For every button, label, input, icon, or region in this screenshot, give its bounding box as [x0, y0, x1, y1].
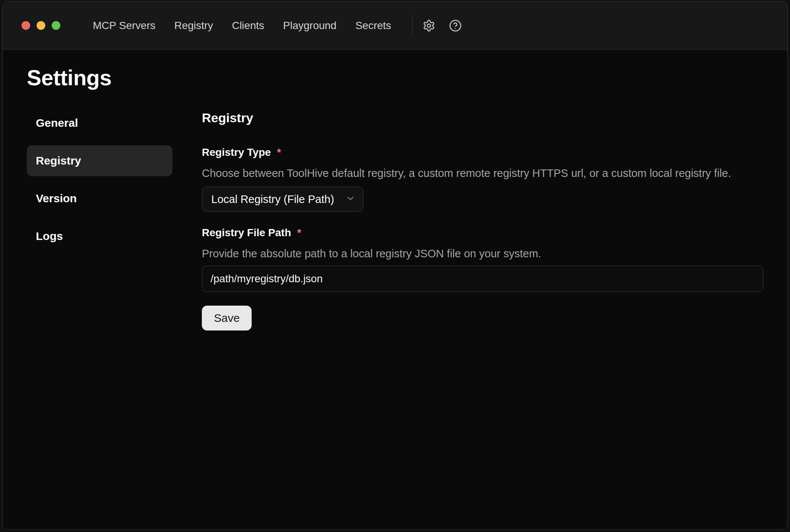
close-window-button[interactable] — [22, 21, 30, 30]
nav-item-playground[interactable]: Playground — [283, 20, 337, 32]
required-asterisk: * — [297, 227, 301, 239]
registry-file-path-label-text: Registry File Path — [202, 227, 291, 239]
sidebar-item-version[interactable]: Version — [27, 183, 172, 214]
registry-file-path-label: Registry File Path * — [202, 227, 763, 239]
settings-page: Settings General Registry Version Logs R… — [3, 50, 787, 529]
help-circle-icon[interactable] — [449, 19, 462, 32]
main-nav: MCP Servers Registry Clients Playground … — [93, 20, 391, 32]
registry-type-label-text: Registry Type — [202, 146, 271, 158]
nav-item-mcp-servers[interactable]: MCP Servers — [93, 20, 155, 32]
titlebar-divider — [412, 14, 413, 37]
registry-settings-panel: Registry Registry Type * Choose between … — [202, 108, 763, 331]
app-window: MCP Servers Registry Clients Playground … — [2, 1, 788, 530]
registry-type-label: Registry Type * — [202, 146, 763, 158]
section-heading: Registry — [202, 111, 763, 125]
save-button[interactable]: Save — [202, 306, 252, 331]
chevron-down-icon — [346, 194, 355, 205]
registry-file-path-input[interactable] — [202, 266, 763, 292]
minimize-window-button[interactable] — [37, 21, 45, 30]
settings-sidebar: General Registry Version Logs — [27, 108, 172, 331]
sidebar-item-logs[interactable]: Logs — [27, 221, 172, 252]
registry-file-path-description: Provide the absolute path to a local reg… — [202, 246, 763, 261]
nav-item-clients[interactable]: Clients — [232, 20, 264, 32]
traffic-lights — [22, 21, 60, 30]
zoom-window-button[interactable] — [52, 21, 60, 30]
registry-type-selected-value: Local Registry (File Path) — [211, 193, 334, 206]
sidebar-item-registry[interactable]: Registry — [27, 145, 172, 176]
nav-item-secrets[interactable]: Secrets — [355, 20, 391, 32]
gear-icon[interactable] — [423, 19, 435, 32]
titlebar: MCP Servers Registry Clients Playground … — [3, 2, 787, 50]
nav-item-registry[interactable]: Registry — [174, 20, 213, 32]
sidebar-item-general[interactable]: General — [27, 108, 172, 138]
registry-type-select[interactable]: Local Registry (File Path) — [202, 187, 363, 212]
page-title: Settings — [27, 65, 763, 90]
registry-type-description: Choose between ToolHive default registry… — [202, 166, 763, 181]
required-asterisk: * — [277, 146, 281, 158]
titlebar-icons — [423, 19, 462, 32]
